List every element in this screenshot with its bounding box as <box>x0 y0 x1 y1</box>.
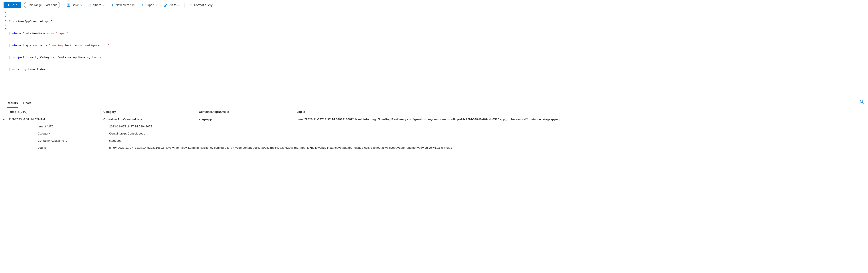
detail-value: 2023-11-07T18:37:14.5294207Z <box>106 123 868 130</box>
time-range-selector[interactable]: Time range : Last hour <box>24 2 60 8</box>
code-area[interactable]: ContainerAppConsoleLogs_CL | where Conta… <box>9 11 868 79</box>
detail-key: ContainerAppName_s <box>0 137 106 144</box>
svg-rect-1 <box>68 5 69 6</box>
cell-time: 11/7/2023, 6:37:14.529 PM <box>7 116 101 123</box>
line-gutter: 1 2 3 4 5 <box>0 11 9 79</box>
cell-category: ContainerAppConsoleLogs <box>101 116 196 123</box>
separator <box>62 3 62 7</box>
chevron-down-icon <box>80 4 82 6</box>
run-label: Run <box>11 3 17 7</box>
share-icon <box>88 3 92 7</box>
line-number: 1 <box>0 11 7 15</box>
plus-icon <box>111 3 114 7</box>
token: ContainerAppConsoleLogs_CL <box>9 20 54 23</box>
header-time[interactable]: time_t [UTC] <box>7 108 101 116</box>
line-number: 3 <box>0 20 7 24</box>
header-log[interactable]: Log_s <box>294 108 868 116</box>
tab-results[interactable]: Results <box>7 100 18 108</box>
cell-app: stageapp <box>196 116 294 123</box>
cell-log: time="2023-11-07T18:37:14.529331669Z" le… <box>294 116 868 123</box>
log-text: time="2023-11-07T18:37:14.529331669Z" le… <box>297 118 563 121</box>
token: where <box>12 32 21 35</box>
token: contains <box>33 44 47 47</box>
detail-row-category: Category ContainerAppConsoleLogs <box>0 130 868 137</box>
search-button[interactable] <box>860 100 864 105</box>
query-editor[interactable]: 1 2 3 4 5 ContainerAppConsoleLogs_CL | w… <box>0 10 868 97</box>
tab-chart[interactable]: Chart <box>23 100 31 108</box>
token: | <box>9 68 11 71</box>
token: desc <box>40 68 47 71</box>
token: | <box>9 32 11 35</box>
time-range-prefix: Time range : <box>27 3 43 7</box>
detail-key: Category <box>0 130 106 137</box>
resize-handle[interactable]: • • • <box>429 92 438 96</box>
header-app[interactable]: ContainerAppName_s <box>196 108 294 116</box>
export-icon <box>141 3 144 7</box>
play-icon <box>7 4 10 6</box>
share-button[interactable]: Share <box>86 2 107 8</box>
token: time_t, Category, ContainerAppName_s, Lo… <box>26 56 101 59</box>
chevron-down-icon <box>156 4 158 6</box>
token: "daprd" <box>56 32 68 35</box>
results-grid: time_t [UTC] Category ContainerAppName_s… <box>0 108 868 151</box>
token: "Loading Resiliency configuration:" <box>49 44 110 47</box>
separator <box>184 3 185 7</box>
token: ContainerName_s <box>23 32 49 35</box>
export-label: Export <box>145 3 154 7</box>
token: | <box>9 44 11 47</box>
run-button[interactable]: Run <box>4 2 21 8</box>
token: Log_s <box>23 44 32 47</box>
detail-row-log: Log_s time="2023-11-07T18:37:14.52933166… <box>0 144 868 151</box>
save-icon <box>67 3 70 7</box>
save-button[interactable]: Save <box>65 2 85 8</box>
format-icon <box>189 3 193 7</box>
save-label: Save <box>72 3 79 7</box>
svg-point-2 <box>860 100 863 103</box>
detail-value: time="2023-11-07T18:37:14.529331669Z" le… <box>106 144 868 151</box>
line-number: 5 <box>0 28 7 31</box>
time-range-value: Last hour <box>44 3 57 7</box>
token: where <box>12 44 21 47</box>
format-label: Format query <box>194 3 212 7</box>
results-tabs: Results Chart <box>0 97 868 108</box>
header-expand <box>0 108 7 116</box>
detail-key: time_t [UTC] <box>0 123 106 130</box>
pin-icon <box>164 3 167 7</box>
query-toolbar: Run Time range : Last hour Save Share Ne… <box>0 0 868 10</box>
table-row[interactable]: 11/7/2023, 6:37:14.529 PM ContainerAppCo… <box>0 116 868 123</box>
expand-toggle[interactable] <box>0 116 7 123</box>
token: == <box>51 32 54 35</box>
detail-row-app: ContainerAppName_s stageapp <box>0 137 868 144</box>
header-category[interactable]: Category <box>101 108 196 116</box>
detail-row-time: time_t [UTC] 2023-11-07T18:37:14.5294207… <box>0 123 868 130</box>
chevron-down-icon <box>178 4 180 6</box>
search-icon <box>860 100 864 104</box>
format-query-button[interactable]: Format query <box>187 2 215 8</box>
new-alert-label: New alert rule <box>116 3 135 7</box>
token: order by <box>12 68 26 71</box>
line-number: 2 <box>0 15 7 20</box>
pin-button[interactable]: Pin to <box>162 2 182 8</box>
detail-key: Log_s <box>0 144 106 151</box>
chevron-down-icon <box>103 4 105 6</box>
share-label: Share <box>93 3 101 7</box>
token: project <box>12 56 25 59</box>
svg-rect-0 <box>67 4 70 6</box>
token: | <box>9 56 11 59</box>
detail-value: ContainerAppConsoleLogs <box>106 130 868 137</box>
highlight-underline <box>369 121 500 121</box>
header-row: time_t [UTC] Category ContainerAppName_s… <box>0 108 868 116</box>
token: time_t <box>28 68 38 71</box>
pin-label: Pin to <box>169 3 177 7</box>
chevron-down-icon <box>2 118 5 121</box>
new-alert-button[interactable]: New alert rule <box>108 2 137 8</box>
detail-value: stageapp <box>106 137 868 144</box>
line-number: 4 <box>0 24 7 28</box>
export-button[interactable]: Export <box>138 2 160 8</box>
